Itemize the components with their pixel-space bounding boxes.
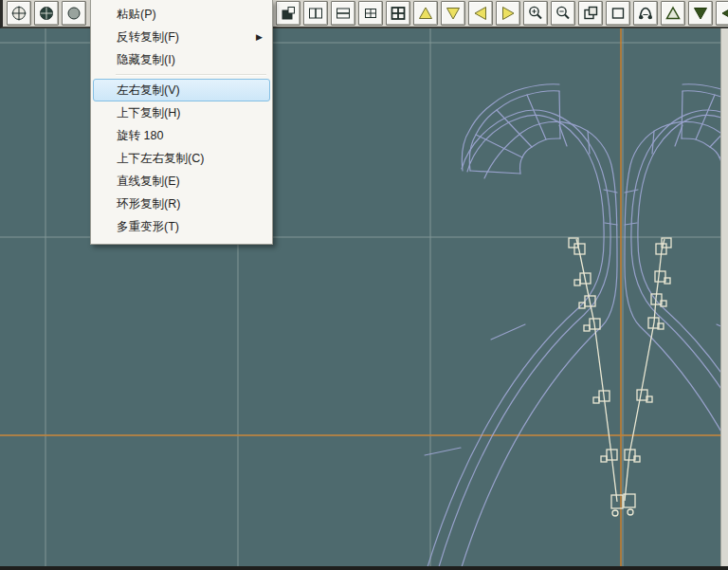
split-h-icon <box>335 5 352 22</box>
menu-item-5[interactable]: 上下复制(H) <box>93 101 270 124</box>
step-left-green-button[interactable] <box>716 1 728 26</box>
tri-up-y-icon <box>417 5 434 22</box>
tri-up-g-icon <box>664 5 682 22</box>
toolbar-left-group <box>7 1 100 26</box>
menu-item-label: 上下复制(H) <box>117 105 180 121</box>
menu-item-label: 反转复制(F) <box>117 29 179 46</box>
zoom-in-button[interactable] <box>523 1 548 26</box>
zoom-region-button[interactable] <box>578 1 603 26</box>
context-menu: 粘贴(P)反转复制(F)▶隐藏复制(I)左右复制(V)上下复制(H)旋转 180… <box>90 0 273 245</box>
move-left-yellow-button[interactable] <box>468 1 493 26</box>
menu-item-label: 旋转 180 <box>117 128 163 144</box>
tri-down-g-icon <box>692 5 709 22</box>
menu-item-4[interactable]: 左右复制(V) <box>93 79 270 101</box>
menu-item-6[interactable]: 旋转 180 <box>93 124 270 147</box>
grid-four-button[interactable] <box>358 1 383 26</box>
split-vertical-button[interactable] <box>303 1 328 26</box>
menu-item-label: 环形复制(R) <box>117 196 180 212</box>
menu-separator <box>116 74 266 76</box>
square-outline-icon <box>610 5 627 22</box>
circle-mark-button[interactable] <box>62 1 86 26</box>
vertical-scrollbar[interactable] <box>720 28 728 570</box>
tri-left-y-icon <box>472 5 489 22</box>
tri-right-y-icon <box>500 5 517 22</box>
zoom-region-icon <box>582 5 599 22</box>
tri-down-y-icon <box>445 5 462 22</box>
menu-item-7[interactable]: 上下左右复制(C) <box>93 147 270 170</box>
zoom-out-button[interactable] <box>551 1 575 26</box>
design-origin-button[interactable] <box>7 1 31 26</box>
menu-item-2[interactable]: 隐藏复制(I) <box>93 48 270 71</box>
stitch-origin-button[interactable] <box>34 1 59 26</box>
menu-item-label: 隐藏复制(I) <box>117 52 175 68</box>
circle-gray-icon <box>65 5 82 22</box>
step-down-green-button[interactable] <box>688 1 713 26</box>
step-up-green-button[interactable] <box>661 1 685 26</box>
submenu-arrow-icon: ▶ <box>256 32 263 42</box>
zoom-in-icon <box>527 5 544 22</box>
menu-item-10[interactable]: 多重变形(T) <box>93 215 270 238</box>
split-v-icon <box>307 5 324 22</box>
fit-view-icon <box>637 5 654 22</box>
move-down-yellow-button[interactable] <box>441 1 465 26</box>
toolbar-right-group <box>248 1 728 26</box>
menu-item-label: 直线复制(E) <box>117 174 180 190</box>
overlap-windows-button[interactable] <box>276 1 300 26</box>
menu-item-label: 上下左右复制(C) <box>117 151 204 167</box>
menu-item-8[interactable]: 直线复制(E) <box>93 170 270 193</box>
split-horizontal-button[interactable] <box>331 1 355 26</box>
menu-item-label: 多重变形(T) <box>117 219 179 235</box>
fit-view-button[interactable] <box>633 1 658 26</box>
move-up-yellow-button[interactable] <box>413 1 438 26</box>
menu-item-label: 粘贴(P) <box>117 7 156 23</box>
circle-cross-icon <box>10 5 27 22</box>
menu-item-label: 左右复制(V) <box>117 83 180 99</box>
move-right-yellow-button[interactable] <box>496 1 520 26</box>
zoom-out-icon <box>555 5 572 22</box>
circle-cross-dark-icon <box>38 5 55 22</box>
grid-small-icon <box>362 5 379 22</box>
tri-left-g-icon <box>719 5 728 22</box>
grid-bold-icon <box>390 5 407 22</box>
overlap-squares-icon <box>280 5 297 22</box>
grid-four-bold-button[interactable] <box>386 1 410 26</box>
select-box-button[interactable] <box>606 1 630 26</box>
menu-item-1[interactable]: 反转复制(F)▶ <box>93 26 270 48</box>
menu-item-9[interactable]: 环形复制(R) <box>93 193 270 215</box>
menu-item-0[interactable]: 粘贴(P) <box>93 3 270 26</box>
window-bottom-edge <box>0 566 728 570</box>
